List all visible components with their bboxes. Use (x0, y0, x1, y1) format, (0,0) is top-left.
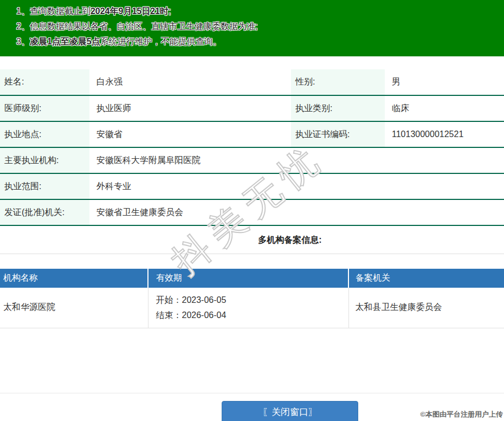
table-row: 姓名: 白永强 性别: 男 (0, 69, 504, 95)
notice-line-3: 3、凌晨1点至凌晨5点系统进行维护，不能提供查询。 (16, 34, 499, 49)
gender-value: 男 (385, 69, 504, 95)
practice-location-label: 执业地点: (0, 121, 89, 147)
notice-number: 1、 (16, 7, 30, 16)
table-row: 执业地点: 安徽省 执业证书编码: 110130000012521 (0, 121, 504, 147)
certificate-number-value: 110130000012521 (385, 121, 504, 147)
filing-authority-cell: 太和县卫生健康委员会 (348, 288, 504, 328)
table-row: 太和华源医院 开始：2023-06-05 结束：2026-06-04 太和县卫生… (0, 288, 504, 328)
main-institution-label: 主要执业机构: (0, 147, 89, 173)
close-window-button[interactable]: 〖关闭窗口〗 (222, 401, 358, 421)
notice-banner: 1、查询数据截止到2024年9月15日21时; 2、信息数据结果以各省、自治区、… (0, 0, 504, 56)
certificate-number-label: 执业证书编码: (291, 121, 385, 147)
notice-number: 3、 (16, 37, 30, 46)
validity-start: 开始：2023-06-05 (156, 293, 348, 308)
gender-label: 性别: (291, 69, 385, 95)
issuing-authority-label: 发证(批准)机关: (0, 199, 89, 225)
footer-divider (0, 393, 504, 393)
notice-line-1: 1、查询数据截止到2024年9月15日21时; (16, 4, 499, 19)
validity-end: 结束：2026-06-04 (156, 308, 348, 323)
validity-cell: 开始：2023-06-05 结束：2026-06-04 (148, 288, 348, 328)
practice-location-value: 安徽省 (89, 121, 291, 147)
practice-category-label: 执业类别: (291, 95, 385, 121)
column-header-filing-authority: 备案机关 (348, 269, 504, 288)
table-row: 执业范围: 外科专业 (0, 173, 504, 199)
notice-text: 信息数据结果以各省、自治区、直辖市卫生健康委数据为准; (30, 22, 257, 31)
doctor-level-label: 医师级别: (0, 95, 89, 121)
name-label: 姓名: (0, 69, 89, 95)
practice-scope-label: 执业范围: (0, 173, 89, 199)
org-name-cell: 太和华源医院 (0, 288, 148, 328)
doctor-level-value: 执业医师 (89, 95, 291, 121)
practice-category-value: 临床 (385, 95, 504, 121)
column-header-org-name: 机构名称 (0, 269, 148, 288)
notice-bold-text: 2024年9月15日21时 (91, 7, 169, 16)
notice-text: 系统进行维护，不能提供查询。 (100, 37, 222, 46)
filing-table: 机构名称 有效期 备案机关 太和华源医院 开始：2023-06-05 结束：20… (0, 269, 504, 328)
main-institution-value: 安徽医科大学附属阜阳医院 (89, 147, 504, 173)
multi-org-filing-section-title: 多机构备案信息: (0, 226, 504, 254)
filing-table-header-row: 机构名称 有效期 备案机关 (0, 269, 504, 288)
notice-bold-text: 凌晨1点至凌晨5点 (30, 37, 100, 46)
copyright-watermark: ©本图由平台注册用户上传 (420, 410, 503, 419)
doctor-info-table: 姓名: 白永强 性别: 男 医师级别: 执业医师 执业类别: 临床 执业地点: … (0, 69, 504, 226)
table-row: 主要执业机构: 安徽医科大学附属阜阳医院 (0, 147, 504, 173)
table-row: 发证(批准)机关: 安徽省卫生健康委员会 (0, 199, 504, 225)
issuing-authority-value: 安徽省卫生健康委员会 (89, 199, 504, 225)
practice-scope-value: 外科专业 (89, 173, 504, 199)
notice-text: ; (169, 7, 171, 16)
notice-text: 查询数据截止到 (30, 7, 91, 16)
name-value: 白永强 (89, 69, 291, 95)
notice-number: 2、 (16, 22, 30, 31)
column-header-validity: 有效期 (148, 269, 348, 288)
notice-line-2: 2、信息数据结果以各省、自治区、直辖市卫生健康委数据为准; (16, 19, 499, 34)
table-row: 医师级别: 执业医师 执业类别: 临床 (0, 95, 504, 121)
